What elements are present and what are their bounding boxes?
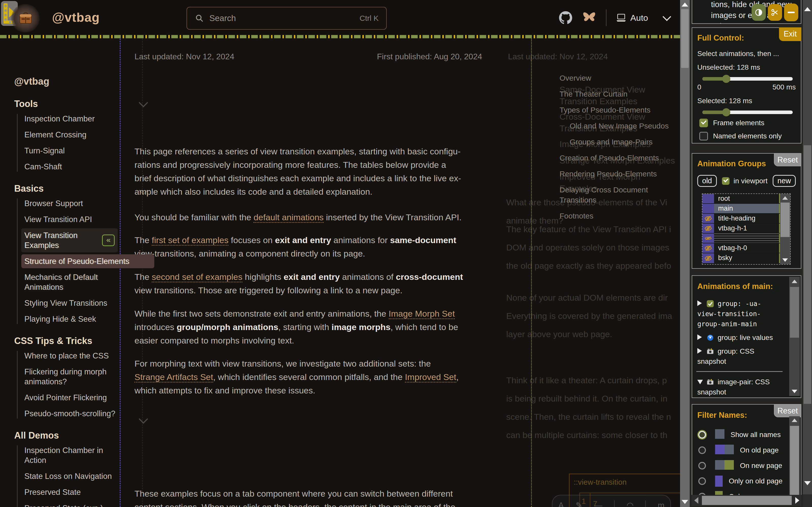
group-row[interactable]: main (702, 204, 790, 214)
toc-item[interactable]: Rendering Pseudo-Elements (560, 169, 676, 179)
inline-link[interactable]: Image Morph Set (389, 309, 455, 319)
main-scrollbar[interactable] (680, 0, 690, 507)
scroll-up-arrow[interactable] (792, 418, 797, 422)
named-elements-row[interactable]: Named elements only (699, 132, 801, 140)
sidebar-item[interactable]: Flickering during morph animations? (24, 367, 120, 387)
toc-item[interactable]: Overview (560, 73, 676, 83)
sidebar-item[interactable]: Inspection Chamber in Action (24, 445, 120, 465)
sidebar-item[interactable]: Pseudo-smooth-scrolling? (24, 409, 120, 418)
text-icon[interactable]: A (558, 501, 564, 507)
sidebar-item[interactable]: Inspection Chamber (24, 114, 120, 124)
filter-option[interactable]: Only on old page (698, 473, 801, 489)
scrollbar-thumb[interactable] (681, 9, 689, 68)
old-page-cell[interactable] (702, 243, 714, 253)
sidebar-item[interactable]: Mechanics of Default Animations (24, 272, 120, 292)
sidebar-item[interactable]: View Transition Examples« (21, 228, 118, 252)
animations-scrollbar[interactable] (789, 277, 800, 396)
exit-button[interactable]: Exit (779, 27, 801, 41)
search-input[interactable]: Search Ctrl K (187, 7, 387, 30)
old-page-cell[interactable] (702, 194, 714, 203)
minus-icon[interactable]: — (594, 501, 602, 507)
filter-option[interactable]: On new page (698, 458, 801, 473)
theme-select[interactable]: Auto (616, 13, 670, 23)
sidebar-item[interactable]: View Transition API (24, 215, 120, 224)
scroll-up-arrow[interactable] (792, 280, 797, 283)
old-page-cell[interactable] (702, 253, 714, 263)
expand-arrow-icon[interactable] (697, 300, 702, 306)
cut-button[interactable] (768, 4, 782, 21)
vtbag-logo[interactable] (18, 11, 33, 25)
sidebar-item[interactable]: Styling View Transitions (24, 298, 120, 308)
reset-filter-button[interactable]: Reset (774, 404, 801, 417)
scrollbar-thumb[interactable] (780, 203, 790, 237)
group-row-collapsed[interactable] (702, 233, 790, 243)
group-row[interactable]: vtbag-h-0 (702, 243, 790, 253)
old-page-cell[interactable] (702, 224, 714, 233)
group-row[interactable]: vtbag-h-1 (702, 224, 790, 233)
slider-thumb[interactable] (722, 75, 730, 83)
sidebar-item[interactable]: Structure of Pseudo-Elements (21, 254, 154, 268)
group-list-scrollbar[interactable] (780, 194, 790, 264)
toc-item[interactable]: The Theater Curtain (560, 89, 676, 99)
scroll-down-arrow[interactable] (804, 481, 811, 485)
inline-link[interactable]: Improved Set (405, 372, 456, 383)
group-row[interactable]: bsky (702, 253, 790, 263)
github-icon[interactable] (559, 11, 572, 24)
scroll-up-arrow[interactable] (681, 3, 688, 7)
group-row[interactable]: root (702, 194, 790, 204)
new-button[interactable]: new (773, 175, 796, 187)
scroll-left-arrow[interactable] (694, 497, 698, 504)
panel-scrollbar[interactable] (803, 0, 812, 494)
toc-item[interactable]: Footnotes (560, 211, 676, 221)
old-page-cell[interactable] (702, 214, 714, 223)
toc-item[interactable]: Groups and Image-Pairs (560, 137, 676, 147)
filter-radio[interactable] (698, 462, 706, 469)
filter-radio[interactable] (698, 446, 706, 454)
scroll-down-arrow[interactable] (782, 258, 788, 262)
named-elements-checkbox[interactable] (699, 132, 708, 140)
inline-link[interactable]: Strange Artifacts Set (135, 372, 213, 383)
sidebar-brand[interactable]: @vtbag (14, 76, 120, 87)
expand-arrow-icon[interactable] (697, 348, 702, 354)
filter-radio[interactable] (698, 477, 706, 485)
slider-thumb[interactable] (722, 108, 730, 116)
in-viewport-checkbox[interactable] (722, 177, 729, 185)
pen-icon[interactable]: ✎ (575, 500, 582, 507)
panel-horizontal-scrollbar[interactable] (692, 495, 801, 506)
animation-tree-item[interactable]: group: CSS snapshot (697, 346, 780, 367)
filter-option[interactable]: On old page (698, 442, 801, 458)
scroll-up-arrow[interactable] (804, 7, 811, 11)
old-page-cell[interactable] (702, 204, 714, 213)
sidebar-item[interactable]: Preserved State (exp.) (24, 503, 120, 507)
group-row[interactable]: title-heading (702, 214, 790, 224)
old-page-cell[interactable] (702, 233, 714, 243)
inline-link[interactable]: first set of examples (152, 235, 229, 246)
frame-elements-checkbox[interactable] (699, 119, 708, 127)
scrollbar-thumb[interactable] (702, 496, 792, 505)
checkbox-icon[interactable] (706, 300, 714, 307)
toc-item[interactable]: Old and New Image Pseudos (560, 121, 676, 131)
scroll-right-arrow[interactable] (795, 497, 799, 504)
animation-tree-item[interactable]: image-pair: CSS snapshot (697, 377, 780, 397)
sidebar-item[interactable]: Element Crossing (24, 130, 120, 140)
scrollbar-thumb[interactable] (790, 426, 799, 499)
unselected-slider[interactable] (702, 77, 793, 80)
group-icon[interactable]: m (658, 501, 665, 507)
scroll-up-arrow[interactable] (782, 196, 788, 200)
animation-tree-item[interactable]: group: live values (697, 333, 780, 343)
sidebar-item[interactable]: Cam-Shaft (24, 162, 120, 172)
selected-slider[interactable] (702, 111, 793, 114)
collapse-arrow-icon[interactable] (697, 380, 703, 384)
toc-item[interactable]: Delaying Cross Document Transitions (560, 185, 676, 205)
sidebar-item[interactable]: Turn-Signal (24, 146, 120, 156)
toc-item[interactable]: Types of Pseudo-Elements (560, 105, 676, 115)
sidebar-item[interactable]: Playing Hide & Seek (24, 314, 120, 324)
contrast-button[interactable] (752, 4, 766, 21)
sidebar-item[interactable]: Avoid Pointer Flickering (24, 393, 120, 403)
filter-radio[interactable] (698, 431, 706, 439)
toc-item[interactable]: Creation of Pseudo-Elements (560, 153, 676, 163)
bell-icon[interactable]: ◠ (626, 500, 633, 507)
sidebar-item[interactable]: Preserved State (24, 487, 120, 497)
sidebar-item[interactable]: Where to place the CSS (24, 351, 120, 361)
reset-groups-button[interactable]: Reset (774, 153, 801, 166)
